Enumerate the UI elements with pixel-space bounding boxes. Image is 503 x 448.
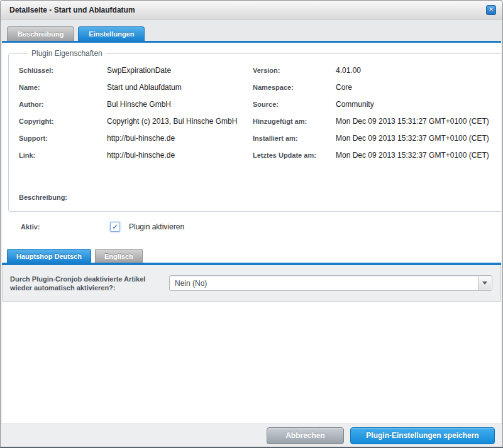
property-value: Bul Hinsche GmbH bbox=[107, 99, 171, 110]
aktiv-label: Aktiv: bbox=[21, 223, 110, 231]
window-title: Detailseite - Start und Ablaufdatum bbox=[9, 6, 135, 14]
save-plugin-settings-button[interactable]: Plugin-Einstellungen speichern bbox=[350, 427, 495, 444]
property-row-support: Support: http://bui-hinsche.de bbox=[19, 133, 253, 144]
property-label: Source: bbox=[253, 99, 336, 110]
fieldset-legend: Plugin Eigenschaften bbox=[28, 49, 106, 58]
property-label: Link: bbox=[19, 150, 107, 161]
property-row-link: Link: http://bui-hinsche.de bbox=[19, 150, 253, 161]
property-label: Beschreibung: bbox=[19, 192, 107, 201]
property-value: SwpExpirationDate bbox=[107, 65, 171, 76]
property-row-source: Source: Community bbox=[253, 99, 494, 110]
property-row-namespace: Namespace: Core bbox=[253, 82, 494, 93]
property-value: Core bbox=[336, 82, 494, 93]
property-value: Copyright (c) 2013, Bul Hinsche GmbH bbox=[107, 116, 237, 127]
empty-content-area bbox=[2, 302, 501, 423]
tab-einstellungen[interactable]: Einstellungen bbox=[78, 26, 145, 41]
property-row-schluessel: Schlüssel: SwpExpirationDate bbox=[19, 65, 253, 76]
property-label: Name: bbox=[19, 82, 107, 93]
property-value: Start und Ablaufdatum bbox=[107, 82, 182, 93]
property-row-installiert: Installiert am: Mon Dec 09 2013 15:32:37… bbox=[253, 133, 494, 144]
property-label: Author: bbox=[19, 99, 107, 110]
properties-left-column: Schlüssel: SwpExpirationDate Name: Start… bbox=[19, 65, 253, 207]
cronjob-select[interactable]: Nein (No) bbox=[169, 275, 492, 291]
checkbox-label: Plugin aktivieren bbox=[129, 222, 184, 231]
cronjob-select-value: Nein (No) bbox=[170, 276, 492, 288]
plugin-detail-window: Detailseite - Start und Ablaufdatum ✕ Be… bbox=[0, 0, 503, 448]
cronjob-question-label: Durch Plugin-Cronjob deaktivierte Artike… bbox=[10, 275, 161, 292]
property-label: Letztes Update am: bbox=[253, 150, 336, 161]
property-value: Mon Dec 09 2013 15:32:37 GMT+0100 (CET) bbox=[336, 133, 494, 144]
plugin-config-form: Durch Plugin-Cronjob deaktivierte Artike… bbox=[2, 265, 501, 302]
aktiv-row: Aktiv: ✓ Plugin aktivieren bbox=[21, 222, 495, 232]
plugin-aktivieren-checkbox[interactable]: ✓ bbox=[110, 222, 120, 232]
main-tabstrip: Beschreibung Einstellungen bbox=[1, 19, 502, 41]
settings-panel: Plugin Eigenschaften Schlüssel: SwpExpir… bbox=[2, 43, 501, 423]
property-label: Hinzugefügt am: bbox=[253, 116, 336, 127]
properties-right-column: Version: 4.01.00 Namespace: Core Source:… bbox=[253, 65, 494, 207]
combo-trigger-button[interactable] bbox=[478, 276, 491, 290]
property-row-hinzugefuegt: Hinzugefügt am: Mon Dec 09 2013 15:31:27… bbox=[253, 116, 494, 127]
property-row-author: Author: Bul Hinsche GmbH bbox=[19, 99, 253, 110]
cancel-button[interactable]: Abbrechen bbox=[267, 427, 344, 444]
close-icon[interactable]: ✕ bbox=[486, 5, 496, 15]
property-row-copyright: Copyright: Copyright (c) 2013, Bul Hinsc… bbox=[19, 116, 253, 127]
property-label: Copyright: bbox=[19, 116, 107, 127]
tab-hauptshop-deutsch[interactable]: Hauptshop Deutsch bbox=[7, 249, 91, 263]
property-value: 4.01.00 bbox=[336, 65, 494, 76]
property-label: Version: bbox=[253, 65, 336, 76]
window-titlebar: Detailseite - Start und Ablaufdatum ✕ bbox=[1, 1, 502, 19]
shop-tabstrip: Hauptshop Deutsch Englisch bbox=[2, 248, 501, 263]
plugin-properties-fieldset: Plugin Eigenschaften Schlüssel: SwpExpir… bbox=[8, 49, 501, 212]
property-label: Schlüssel: bbox=[19, 65, 107, 76]
property-row-letztes-update: Letztes Update am: Mon Dec 09 2013 15:32… bbox=[253, 150, 494, 161]
property-label: Support: bbox=[19, 133, 107, 144]
property-label: Namespace: bbox=[253, 82, 336, 93]
property-label: Installiert am: bbox=[253, 133, 336, 144]
property-value: Community bbox=[336, 99, 494, 110]
property-row-version: Version: 4.01.00 bbox=[253, 65, 494, 76]
tab-beschreibung[interactable]: Beschreibung bbox=[7, 26, 74, 41]
property-value: Mon Dec 09 2013 15:31:27 GMT+0100 (CET) bbox=[336, 116, 494, 127]
property-value: Mon Dec 09 2013 15:32:37 GMT+0100 (CET) bbox=[336, 150, 494, 161]
property-value: http://bui-hinsche.de bbox=[107, 150, 175, 161]
footer-toolbar: Abbrechen Plugin-Einstellungen speichern bbox=[1, 423, 502, 447]
tab-englisch[interactable]: Englisch bbox=[95, 249, 143, 263]
property-row-name: Name: Start und Ablaufdatum bbox=[19, 82, 253, 93]
property-value: http://bui-hinsche.de bbox=[107, 133, 175, 144]
chevron-down-icon bbox=[482, 281, 487, 285]
property-row-beschreibung: Beschreibung: bbox=[19, 192, 253, 201]
